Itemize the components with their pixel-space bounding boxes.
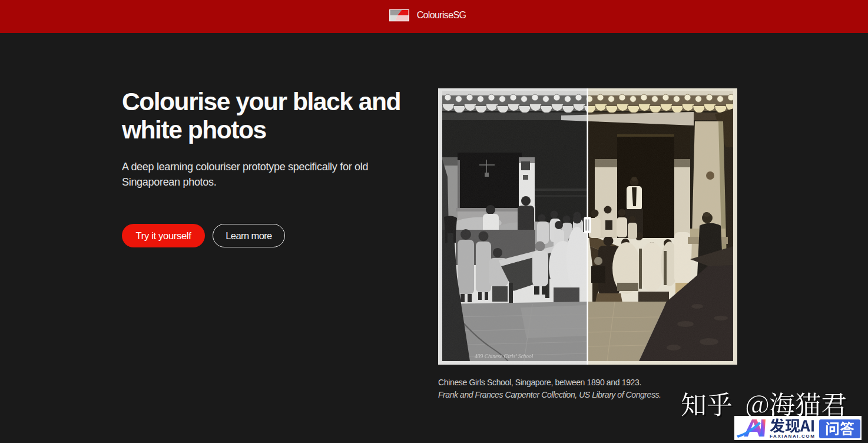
svg-text:FAXIANAI.COM: FAXIANAI.COM bbox=[770, 434, 815, 439]
